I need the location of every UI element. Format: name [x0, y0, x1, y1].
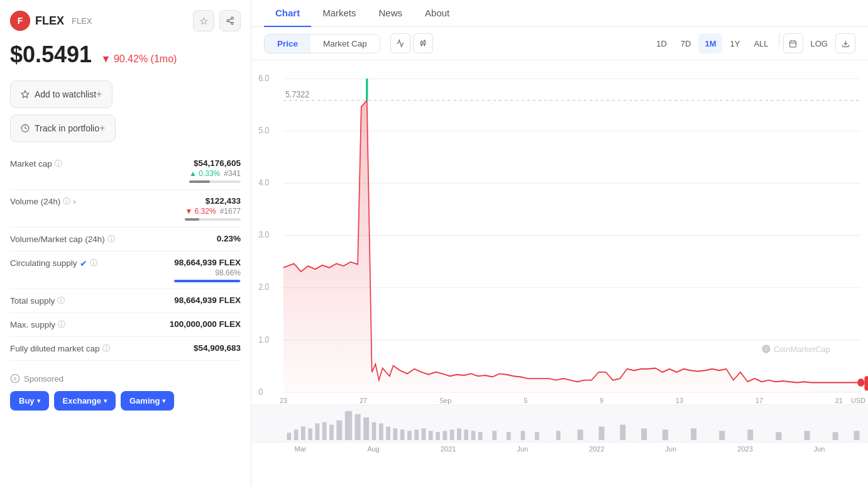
tabs-bar: Chart Markets News About [251, 0, 868, 27]
coinmarketcap-watermark: C CoinMarketCap [761, 344, 830, 354]
bottom-label-2022: 2022 [589, 445, 604, 453]
svg-rect-43 [287, 433, 291, 440]
fdmc-info-icon[interactable]: ⓘ [102, 343, 110, 354]
volume-market-cap-row: Volume/Market cap (24h) ⓘ 0.23% [10, 228, 241, 251]
bottom-label-aug: Aug [367, 445, 380, 453]
fdmc-label: Fully diluted market cap [10, 344, 100, 353]
chart-area: 6.0 5.0 4.0 3.0 2.0 1.0 0 5.7322 [251, 60, 868, 486]
svg-point-38 [857, 378, 864, 387]
svg-rect-47 [315, 424, 319, 441]
svg-rect-50 [336, 421, 342, 440]
volume-market-cap-label: Volume/Market cap (24h) [10, 235, 105, 244]
svg-point-2 [231, 17, 234, 19]
svg-rect-74 [556, 431, 561, 440]
svg-rect-73 [535, 432, 539, 440]
tab-markets[interactable]: Markets [311, 0, 367, 27]
coin-logo-name: F FLEX FLEX [10, 11, 92, 31]
volume-info-icon[interactable]: ⓘ [63, 196, 70, 207]
market-cap-change: ▲ 0.33% [189, 169, 220, 178]
svg-rect-64 [442, 431, 447, 440]
market-cap-info-icon[interactable]: ⓘ [55, 158, 62, 169]
time-all-button[interactable]: ALL [747, 33, 774, 53]
svg-rect-16 [790, 41, 796, 47]
time-divider [779, 33, 779, 46]
svg-rect-70 [492, 431, 497, 440]
svg-rect-65 [450, 429, 454, 440]
svg-rect-61 [422, 428, 426, 440]
volume-market-cap-value: 0.23% [217, 234, 241, 243]
max-supply-info-icon[interactable]: ⓘ [58, 319, 65, 330]
bottom-label-jun3: Jun [814, 445, 825, 453]
svg-text:1.0: 1.0 [258, 334, 269, 345]
market-cap-type-button[interactable]: Market Cap [310, 35, 380, 53]
mini-chart-area [251, 404, 868, 442]
volume-expand-icon[interactable]: › [73, 197, 75, 206]
volume-value: $122,433 [185, 196, 241, 206]
svg-rect-13 [424, 41, 425, 45]
max-supply-row: Max. supply ⓘ 100,000,000 FLEX [10, 313, 241, 337]
x-label-13: 13 [676, 397, 683, 404]
circulating-supply-pct: 98.66% [215, 268, 241, 277]
market-cap-value: $54,176,605 [189, 158, 241, 168]
circulating-info-icon[interactable]: ⓘ [90, 258, 97, 268]
time-1m-button[interactable]: 1M [698, 33, 722, 53]
portfolio-label: Track in portfolio [35, 123, 99, 133]
left-panel: F FLEX FLEX ☆ $0.5491 ▼ 90.42% (1mo) Add… [0, 0, 251, 486]
svg-line-5 [229, 21, 231, 23]
svg-rect-58 [400, 429, 405, 440]
line-chart-icon-button[interactable] [390, 33, 410, 53]
x-label-5: 5 [524, 397, 527, 404]
bottom-label-mar: Mar [294, 445, 306, 453]
price-type-button[interactable]: Price [265, 35, 310, 53]
svg-rect-53 [363, 417, 369, 440]
watchlist-star-button[interactable]: ☆ [193, 10, 214, 31]
download-icon-button[interactable] [835, 33, 855, 53]
svg-rect-67 [464, 429, 468, 440]
x-label-17: 17 [755, 397, 763, 404]
volume-mc-info-icon[interactable]: ⓘ [107, 234, 115, 245]
svg-rect-44 [294, 429, 299, 440]
svg-rect-81 [719, 431, 725, 440]
svg-rect-69 [478, 432, 483, 440]
market-cap-label: Market cap [10, 159, 52, 168]
chart-bottom-labels: Mar Aug 2021 Jun 2022 Jun 2023 Jun [251, 442, 868, 455]
coin-ticker: FLEX [72, 16, 92, 26]
time-1y-button[interactable]: 1Y [723, 33, 746, 53]
volume-change: ▼ 6.32% [185, 207, 216, 216]
candle-chart-icon-button[interactable] [413, 33, 433, 53]
x-label-21: 21 [835, 397, 843, 404]
svg-text:C: C [764, 347, 767, 351]
time-1d-button[interactable]: 1D [650, 33, 673, 53]
fdmc-row: Fully diluted market cap ⓘ $54,909,683 [10, 337, 241, 361]
coin-header: F FLEX FLEX ☆ [10, 10, 241, 31]
bottom-label-jun1: Jun [517, 445, 528, 453]
chart-icon-group [390, 33, 433, 53]
buy-chevron: ▾ [37, 397, 40, 404]
calendar-icon-button[interactable] [783, 33, 803, 53]
tab-chart[interactable]: Chart [264, 0, 311, 27]
svg-rect-77 [620, 424, 625, 440]
watchlist-label: Add to watchlist [35, 89, 96, 99]
svg-rect-76 [599, 426, 605, 440]
share-button[interactable] [219, 10, 241, 31]
portfolio-plus-icon: + [99, 123, 105, 134]
circulating-supply-label: Circulating supply [10, 258, 77, 268]
total-supply-info-icon[interactable]: ⓘ [57, 295, 65, 306]
time-7d-button[interactable]: 7D [674, 33, 698, 53]
verified-icon: ✔ [80, 258, 87, 268]
track-portfolio-button[interactable]: Track in portfolio + [10, 114, 116, 142]
gaming-button[interactable]: Gaming ▾ [121, 391, 174, 411]
circulating-supply-row: Circulating supply ✔ ⓘ 98,664,939 FLEX 9… [10, 251, 241, 289]
svg-rect-59 [407, 431, 412, 440]
add-watchlist-button[interactable]: Add to watchlist + [10, 80, 113, 108]
coin-logo: F [10, 11, 30, 31]
exchange-button[interactable]: Exchange ▾ [54, 391, 116, 411]
log-button[interactable]: LOG [805, 33, 834, 53]
volume-row: Volume (24h) ⓘ › $122,433 ▼ 6.32% #1677 [10, 190, 241, 228]
tab-about[interactable]: About [414, 0, 461, 27]
svg-rect-56 [386, 426, 390, 440]
buy-button[interactable]: Buy ▾ [10, 391, 49, 411]
tab-news[interactable]: News [368, 0, 414, 27]
svg-rect-46 [308, 428, 312, 440]
chart-type-group: Price Market Cap [264, 34, 380, 53]
